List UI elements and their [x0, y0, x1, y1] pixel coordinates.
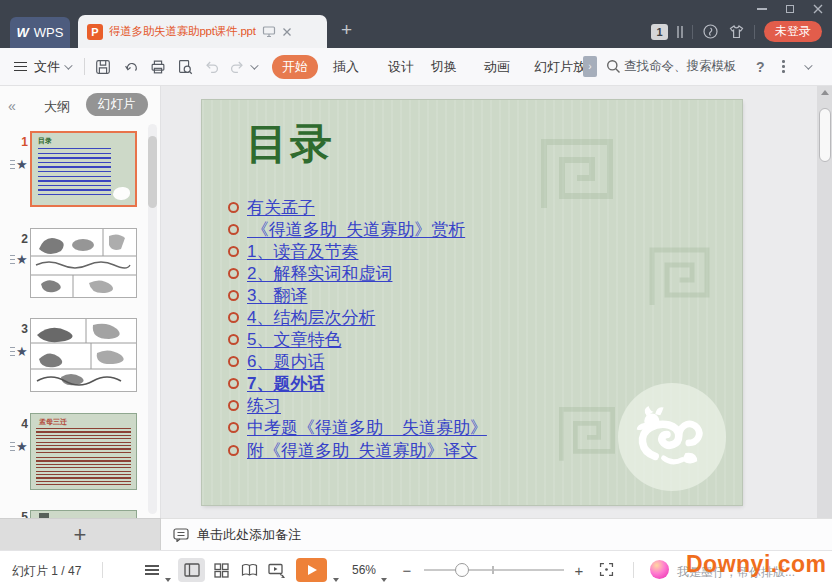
slide-thumbnail-5[interactable]	[30, 510, 137, 518]
toc-link[interactable]: 7、题外话	[247, 372, 324, 395]
file-menu[interactable]: 文件	[34, 48, 60, 85]
save-button[interactable]	[92, 48, 114, 85]
reading-view-button[interactable]	[236, 558, 263, 582]
slideshow-from-current-button[interactable]	[263, 558, 290, 582]
zoom-caret-icon[interactable]	[381, 568, 387, 586]
toc-item[interactable]: 7、题外话	[228, 373, 487, 395]
slide-thumbnail-3[interactable]	[30, 318, 137, 392]
toc-link[interactable]: 《得道多助 失道寡助》赏析	[247, 218, 465, 241]
tab-list-icon[interactable]	[677, 26, 683, 38]
tab-design[interactable]: 设计	[388, 48, 414, 85]
undo-button[interactable]	[201, 48, 223, 85]
slide-thumbnail-2[interactable]	[30, 228, 137, 298]
tab-insert[interactable]: 插入	[333, 48, 359, 85]
tab-outline[interactable]: 大纲	[44, 98, 70, 116]
notes-toggle-icon[interactable]	[140, 559, 164, 581]
slide-number: 1	[10, 135, 28, 149]
zoom-in-button[interactable]: +	[572, 561, 586, 579]
tab-transition[interactable]: 切换	[431, 48, 457, 85]
search-icon[interactable]	[606, 48, 621, 85]
zoom-slider-track[interactable]	[424, 569, 564, 571]
toc-item[interactable]: 4、结构层次分析	[228, 306, 487, 328]
toc-link[interactable]: 2、解释实词和虚词	[247, 262, 392, 285]
close-window-button[interactable]	[812, 3, 824, 15]
tab-scroll-chevron-icon[interactable]: ›	[583, 56, 597, 77]
tab-slides[interactable]: 幻灯片	[86, 93, 148, 116]
notes-bar[interactable]: 单击此处添加备注	[161, 518, 832, 550]
wps-home-tab[interactable]: W WPS	[10, 17, 70, 48]
vertical-scrollbar[interactable]	[817, 86, 832, 518]
fit-to-window-button[interactable]	[598, 561, 615, 578]
toc-link[interactable]: 6、题内话	[247, 350, 324, 373]
play-slideshow-button[interactable]	[296, 558, 327, 582]
toc-link[interactable]: 4、结构层次分析	[247, 306, 375, 329]
toc-link[interactable]: 5、文章特色	[247, 328, 341, 351]
menu-hamburger-icon[interactable]	[14, 48, 27, 85]
toc-item[interactable]: 有关孟子	[228, 196, 487, 218]
toc-link[interactable]: 附《得道多助 失道寡助》译文	[247, 439, 477, 462]
toc-link[interactable]: 1、读音及节奏	[247, 240, 358, 263]
toc-link[interactable]: 中考题《得道多助 失道寡助》	[247, 416, 487, 439]
skin-shirt-icon[interactable]	[728, 24, 745, 40]
toc-link[interactable]: 练习	[247, 394, 281, 417]
scroll-up-arrow-icon[interactable]	[821, 90, 829, 95]
new-tab-button[interactable]: +	[341, 20, 352, 39]
quickbar-caret-icon[interactable]	[250, 48, 256, 85]
toc-item[interactable]: 5、文章特色	[228, 329, 487, 351]
add-slide-bar[interactable]: +	[0, 518, 161, 550]
toc-item[interactable]: 附《得道多助 失道寡助》译文	[228, 439, 487, 461]
notes-toggle-caret-icon[interactable]	[165, 568, 171, 586]
zoom-out-button[interactable]: −	[400, 562, 414, 578]
toc-link[interactable]: 有关孟子	[247, 196, 315, 219]
divider	[692, 25, 693, 39]
maximize-button[interactable]	[784, 3, 796, 15]
redo-button[interactable]	[226, 48, 248, 85]
tab-home[interactable]: 开始	[272, 55, 318, 79]
toc-item[interactable]: 《得道多助 失道寡助》赏析	[228, 218, 487, 240]
toc-link[interactable]: 3、翻译	[247, 284, 307, 307]
sidebar-scrollbar[interactable]	[148, 124, 157, 514]
add-slide-plus-icon[interactable]: +	[74, 524, 87, 546]
search-commands-input[interactable]: 查找命令、搜索模板	[624, 48, 737, 85]
collapse-panel-button[interactable]: «	[8, 98, 16, 114]
scrollbar-thumb[interactable]	[819, 108, 831, 162]
slide-thumbnail-1[interactable]: 目录	[30, 131, 137, 207]
print-button[interactable]	[147, 48, 169, 85]
notes-placeholder[interactable]: 单击此处添加备注	[197, 526, 301, 544]
zoom-level[interactable]: 56%	[352, 563, 376, 577]
assistant-ball-icon[interactable]	[650, 560, 669, 579]
normal-view-button[interactable]	[178, 558, 205, 582]
close-tab-icon[interactable]	[282, 27, 292, 37]
toc-item[interactable]: 练习	[228, 395, 487, 417]
slide-title[interactable]: 目录	[246, 116, 334, 172]
toc-item[interactable]: 2、解释实词和虚词	[228, 262, 487, 284]
export-button[interactable]	[120, 48, 142, 85]
tab-animation[interactable]: 动画	[484, 48, 510, 85]
print-preview-button[interactable]	[174, 48, 196, 85]
monitor-icon[interactable]	[262, 25, 276, 38]
toc-item[interactable]: 1、读音及节奏	[228, 240, 487, 262]
slide-sorter-view-button[interactable]	[208, 558, 235, 582]
comic-sketch	[31, 229, 136, 297]
toc-item[interactable]: 6、题内话	[228, 351, 487, 373]
document-tab[interactable]: P 得道多助失道寡助ppt课件.ppt	[78, 15, 327, 48]
file-menu-caret-icon[interactable]	[64, 48, 70, 85]
window-controls	[756, 3, 824, 15]
window-count-badge[interactable]: 1	[651, 24, 668, 40]
theme-heat-icon[interactable]	[702, 23, 719, 40]
zoom-slider-knob[interactable]	[455, 563, 469, 577]
slide-canvas[interactable]: 目录 有关孟子 《得道多助 失道寡助》赏析 1、读音及节奏 2、解释实词和虚词 …	[202, 100, 742, 505]
sidebar-scrollbar-thumb[interactable]	[148, 136, 157, 208]
minimize-button[interactable]	[756, 3, 768, 15]
play-options-caret-icon[interactable]	[333, 568, 339, 586]
help-button[interactable]: ?	[756, 48, 765, 85]
toc-item[interactable]: 3、翻译	[228, 284, 487, 306]
collapse-ribbon-caret-icon[interactable]	[804, 48, 810, 85]
tab-slideshow[interactable]: 幻灯片放	[534, 48, 584, 85]
bullet-circle-icon	[228, 400, 239, 411]
toc-item[interactable]: 中考题《得道多助 失道寡助》	[228, 417, 487, 439]
divider	[102, 562, 103, 578]
slide-thumbnail-4[interactable]: 孟母三迁	[30, 413, 137, 490]
login-button[interactable]: 未登录	[764, 21, 822, 42]
more-options-icon[interactable]	[782, 48, 785, 85]
